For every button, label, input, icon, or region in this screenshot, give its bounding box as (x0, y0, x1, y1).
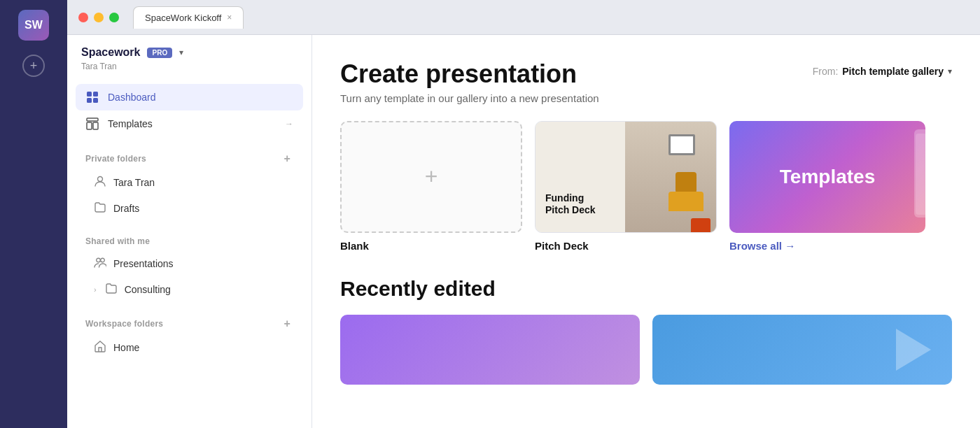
folder-icon (105, 282, 118, 297)
traffic-yellow[interactable] (94, 13, 104, 22)
icon-strip: SW + (0, 0, 67, 428)
traffic-lights (78, 13, 119, 22)
pitch-deck-card-area[interactable]: FundingPitch Deck (535, 121, 717, 233)
app-avatar[interactable]: SW (18, 10, 49, 41)
recent-card-1[interactable] (340, 315, 640, 385)
avatar-text: SW (24, 19, 43, 31)
browser-tab-bar: SpaceWork Kickoff × (133, 6, 244, 29)
gallery-name-label: Pitch template gallery (842, 66, 944, 77)
svg-rect-1 (93, 92, 98, 97)
private-folders-section: Private folders + (67, 143, 312, 169)
sidebar-item-label: Dashboard (108, 92, 156, 103)
template-cards-row: + Blank Fu (340, 121, 952, 252)
sidebar-item-consulting[interactable]: › Consulting (76, 276, 303, 302)
pitch-deck-card-title: FundingPitch Deck (545, 192, 596, 217)
private-folders-label: Private folders (85, 154, 146, 164)
add-workspace-folder-button[interactable]: + (284, 318, 293, 330)
browser-tab[interactable]: SpaceWork Kickoff × (133, 6, 244, 29)
private-folders-nav: Tara Tran Drafts (67, 169, 312, 227)
create-presentation-info: Create presentation Turn any template in… (340, 60, 599, 104)
main-content: Create presentation Turn any template in… (312, 0, 980, 428)
svg-rect-5 (87, 122, 92, 129)
sidebar-item-label: Presentations (113, 258, 174, 269)
svg-rect-3 (93, 98, 98, 103)
pitch-deck-card-label: Pitch Deck (535, 240, 717, 252)
workspace-folders-section: Workspace folders + (67, 308, 312, 334)
recently-edited-title: Recently edited (340, 277, 952, 301)
templates-arrow-icon: → (285, 119, 293, 129)
workspace-folders-label: Workspace folders (85, 319, 163, 329)
consulting-chevron-icon: › (94, 285, 97, 294)
sidebar-item-label: Drafts (113, 203, 139, 214)
pro-badge: PRO (147, 48, 172, 58)
sidebar-item-presentations[interactable]: Presentations (76, 250, 303, 276)
svg-point-7 (98, 177, 103, 182)
svg-rect-2 (87, 98, 92, 103)
workspace-info: Spacework PRO ▾ (81, 46, 183, 59)
tab-title: SpaceWork Kickoff (145, 13, 221, 23)
tab-close-button[interactable]: × (227, 13, 232, 22)
sidebar-item-label: Tara Tran (113, 177, 155, 188)
sidebar-item-drafts[interactable]: Drafts (76, 195, 303, 221)
sidebar-item-home[interactable]: Home (76, 334, 303, 360)
sidebar-item-label: Templates (108, 118, 153, 129)
shared-nav: Presentations › Consulting (67, 250, 312, 308)
sidebar-item-templates[interactable]: Templates → (76, 110, 303, 137)
primary-nav: Dashboard Templates → (67, 78, 312, 143)
svg-rect-0 (87, 92, 92, 97)
sidebar-item-label: Home (113, 342, 139, 353)
svg-point-9 (101, 258, 105, 262)
templates-card-label: Templates (780, 166, 875, 188)
os-tab-bar: SpaceWork Kickoff × (67, 0, 980, 35)
gallery-from-label: From: (813, 66, 839, 77)
recent-card-2[interactable] (652, 315, 952, 385)
shared-with-me-label: Shared with me (85, 236, 150, 246)
svg-rect-6 (93, 122, 98, 129)
home-icon (94, 340, 106, 355)
workspace-name: Spacework (81, 46, 140, 59)
traffic-red[interactable] (78, 13, 88, 22)
blank-template-card[interactable]: + Blank (340, 121, 522, 252)
person-icon (94, 175, 106, 190)
workspace-folders-nav: Home (67, 334, 312, 366)
create-presentation-header: Create presentation Turn any template in… (340, 60, 952, 104)
sidebar: Spacework PRO ▾ Tara Tran Dashboard (67, 0, 312, 428)
create-presentation-title: Create presentation (340, 60, 599, 88)
arrow-decoration (896, 329, 931, 371)
svg-point-8 (97, 258, 101, 262)
folder-icon (94, 201, 106, 215)
blank-card-area[interactable]: + (340, 121, 522, 233)
templates-browse-card[interactable]: Templates Browse all → (729, 121, 925, 252)
people-icon (94, 256, 106, 271)
svg-rect-4 (87, 118, 98, 121)
sidebar-item-label: Consulting (125, 284, 171, 295)
add-workspace-button[interactable]: + (22, 55, 45, 77)
gallery-chevron-icon: ▾ (948, 66, 952, 76)
pitch-deck-template-card[interactable]: FundingPitch Deck Pitch Deck (535, 121, 717, 252)
sidebar-item-dashboard[interactable]: Dashboard (76, 84, 303, 110)
workspace-user: Tara Tran (67, 62, 312, 78)
add-private-folder-button[interactable]: + (284, 152, 293, 165)
workspace-chevron-icon[interactable]: ▾ (179, 48, 183, 57)
content-area: Create presentation Turn any template in… (312, 35, 980, 428)
blank-plus-icon: + (425, 164, 438, 190)
sidebar-item-tara[interactable]: Tara Tran (76, 169, 303, 195)
blank-card-label: Blank (340, 240, 522, 252)
recent-cards-row (340, 315, 952, 385)
templates-icon (85, 117, 99, 131)
traffic-green[interactable] (109, 13, 119, 22)
grid-icon (85, 90, 99, 104)
templates-card-area[interactable]: Templates (729, 121, 925, 233)
shared-with-me-section: Shared with me (67, 227, 312, 250)
gallery-selector[interactable]: From: Pitch template gallery ▾ (813, 66, 952, 77)
browse-all-link[interactable]: Browse all → (729, 240, 925, 252)
create-presentation-subtitle: Turn any template in our gallery into a … (340, 92, 599, 104)
